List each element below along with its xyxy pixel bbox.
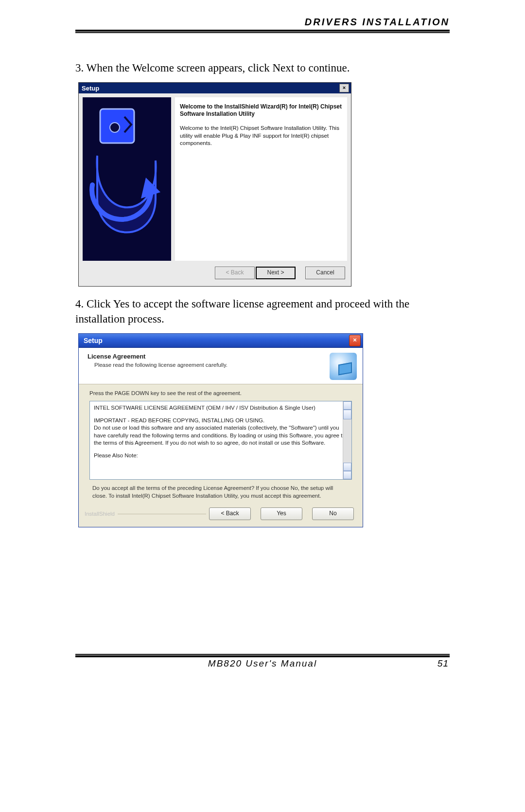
wizard-graphic (83, 97, 171, 261)
license-line: INTEL SOFTWARE LICENSE AGREEMENT (OEM / … (94, 404, 348, 412)
page-number: 51 (429, 658, 449, 669)
page-down-hint: Press the PAGE DOWN key to see the rest … (89, 390, 352, 396)
license-line: Do not use or load this software and any… (94, 425, 346, 446)
footer-center: MB820 User's Manual (96, 658, 429, 669)
window-title: Setup (82, 85, 99, 92)
back-button[interactable]: < Back (215, 267, 255, 279)
installer-icon (83, 97, 171, 261)
installshield-brand: InstallShield (85, 511, 115, 517)
no-button[interactable]: No (312, 507, 354, 520)
footer-divider (118, 514, 206, 514)
accept-question: Do you accept all the terms of the prece… (92, 485, 349, 500)
close-icon[interactable]: × (349, 335, 361, 346)
wizard-heading: Welcome to the InstallShield Wizard(R) f… (180, 103, 342, 118)
screenshot-welcome-dialog: Setup × Welcome to t (78, 82, 351, 287)
window-title: Setup (84, 337, 103, 344)
scroll-up-icon[interactable] (343, 401, 351, 410)
running-header: DRIVERS INSTALLATION (75, 17, 450, 30)
cancel-button[interactable]: Cancel (305, 267, 345, 279)
step-3-text: 3. When the Welcome screen appears, clic… (75, 60, 450, 75)
page-footer: MB820 User's Manual 51 (75, 658, 450, 669)
wizard-paragraph: Welcome to the Intel(R) Chipset Software… (180, 125, 342, 147)
scrollbar[interactable] (343, 401, 351, 479)
license-subtitle: Please read the following license agreem… (94, 362, 330, 368)
titlebar[interactable]: Setup × (79, 83, 351, 93)
header-rule (75, 30, 450, 32)
license-title: License Agreement (88, 353, 330, 360)
dialog-button-row: < Back Next > Cancel (82, 262, 348, 283)
license-textarea[interactable]: INTEL SOFTWARE LICENSE AGREEMENT (OEM / … (89, 401, 352, 480)
scroll-track-end (343, 463, 351, 471)
dialog-header: License Agreement Please read the follow… (79, 348, 363, 384)
installer-logo-icon (330, 353, 357, 380)
scroll-thumb[interactable] (343, 410, 351, 419)
step-4-text: 4. Click Yes to accept the software lice… (75, 296, 450, 326)
scroll-down-icon[interactable] (343, 471, 351, 479)
close-icon[interactable]: × (339, 84, 349, 92)
next-button[interactable]: Next > (256, 267, 296, 279)
footer-rules (75, 654, 450, 657)
titlebar[interactable]: Setup × (79, 334, 363, 348)
svg-point-2 (110, 123, 120, 132)
yes-button[interactable]: Yes (261, 507, 302, 520)
screenshot-license-dialog: Setup × License Agreement Please read th… (78, 333, 363, 527)
header-rule-thin (75, 32, 450, 33)
manual-page: DRIVERS INSTALLATION 3. When the Welcome… (75, 0, 450, 812)
back-button[interactable]: < Back (209, 507, 251, 520)
license-line: IMPORTANT - READ BEFORE COPYING, INSTALL… (94, 417, 264, 423)
dialog-body: Press the PAGE DOWN key to see the rest … (79, 384, 363, 505)
dialog-button-row: InstallShield < Back Yes No (79, 505, 363, 527)
wizard-text-panel: Welcome to the InstallShield Wizard(R) f… (175, 97, 347, 261)
license-line: Please Also Note: (94, 452, 348, 460)
dialog-body: Welcome to the InstallShield Wizard(R) f… (79, 93, 351, 286)
